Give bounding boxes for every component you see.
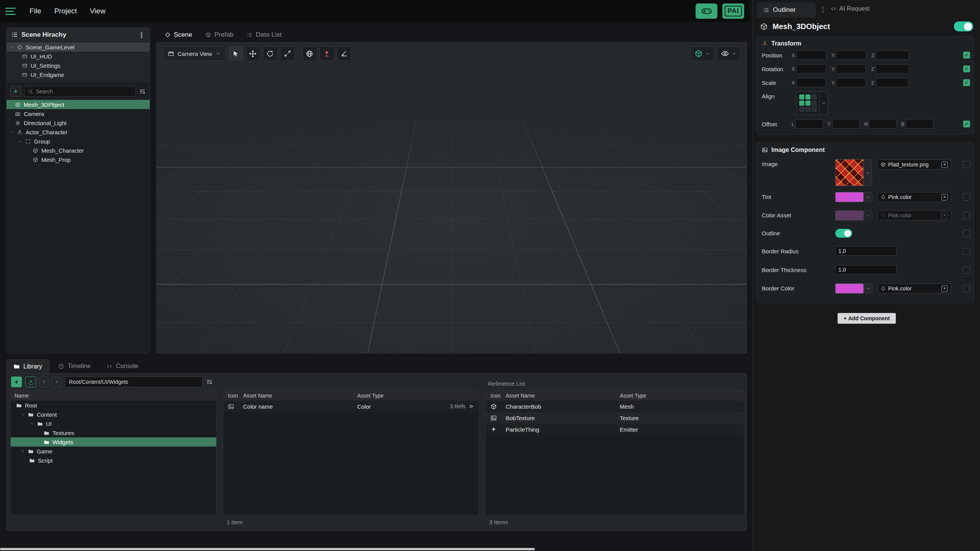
angle-tool-button[interactable] [337, 46, 351, 61]
camera-view-dropdown[interactable]: Camera View [163, 46, 226, 61]
import-asset-button[interactable] [25, 377, 36, 387]
perspective-dropdown[interactable] [691, 46, 714, 61]
pai-button[interactable]: PAI [722, 3, 744, 19]
border-color-swatch[interactable] [835, 284, 864, 293]
position-z-input[interactable] [876, 51, 909, 60]
object-enabled-toggle[interactable] [954, 21, 973, 31]
outline-checkbox[interactable] [963, 230, 970, 237]
color-asset-field[interactable]: Pink.color × [877, 210, 951, 220]
tab-ai-request[interactable]: AI Request [830, 5, 870, 12]
search-input[interactable] [36, 88, 132, 95]
scale-y-input[interactable] [836, 78, 866, 87]
folder-row[interactable]: Script [11, 456, 216, 465]
offset-b-input[interactable] [906, 119, 933, 129]
color-asset-dropdown-button[interactable] [864, 210, 872, 220]
reference-row[interactable]: CharacterBob Mesh [486, 401, 744, 412]
tint-color-swatch[interactable] [835, 192, 864, 202]
tree-row[interactable]: Group [7, 137, 150, 146]
tree-row[interactable]: Directional_Light [7, 118, 150, 127]
offset-t-input[interactable] [832, 119, 860, 129]
image-thumbnail[interactable] [835, 159, 864, 186]
gamepad-preview-button[interactable] [320, 46, 334, 61]
rotation-y-input[interactable] [836, 64, 866, 73]
tab-console[interactable]: Console [99, 359, 145, 373]
tree-row[interactable]: Actor_Character [7, 127, 150, 137]
scale-tool-button[interactable] [280, 46, 295, 61]
position-y-input[interactable] [836, 51, 866, 60]
nav-back-button[interactable] [39, 377, 49, 387]
scene-viewport[interactable]: Camera View [156, 42, 747, 354]
tree-row[interactable]: UI_HUD [7, 52, 150, 61]
tree-row[interactable]: Mesh_Character [7, 146, 150, 155]
tab-scene[interactable]: Scene [159, 28, 198, 41]
folder-row[interactable]: Game [11, 447, 216, 456]
tree-row[interactable]: Mesh_3DPbject [7, 100, 150, 109]
tab-prefab[interactable]: Prefab [200, 28, 239, 41]
tree-row[interactable]: UI_Settings [7, 61, 150, 70]
border-radius-checkbox[interactable] [963, 248, 970, 255]
reference-row[interactable]: ParticleThing Emitter [486, 424, 744, 435]
tree-row[interactable]: Mesh_Prop [7, 155, 150, 164]
border-color-dropdown-button[interactable] [864, 284, 872, 293]
scale-z-input[interactable] [876, 78, 909, 87]
clear-tint-button[interactable]: × [941, 194, 948, 201]
position-x-input[interactable] [796, 51, 826, 60]
tab-data-list[interactable]: Data List [241, 28, 287, 41]
clear-image-button[interactable]: × [941, 161, 948, 168]
align-dropdown[interactable] [796, 91, 828, 115]
color-asset-checkbox[interactable] [963, 212, 970, 219]
grid-snap-button[interactable] [302, 46, 317, 61]
menu-project[interactable]: Project [48, 4, 83, 18]
library-filter-button[interactable] [206, 378, 213, 385]
image-asset-field[interactable]: Plad_texture.png × [877, 160, 951, 170]
rotation-z-input[interactable] [876, 64, 909, 73]
outline-toggle[interactable] [835, 229, 852, 238]
border-thickness-input[interactable] [835, 265, 897, 274]
offset-r-input[interactable] [869, 119, 897, 129]
scale-x-input[interactable] [796, 78, 826, 87]
folder-row[interactable]: Root [11, 401, 216, 410]
rotate-tool-button[interactable] [263, 46, 278, 61]
play-game-button[interactable] [696, 3, 717, 19]
filter-button[interactable] [139, 88, 146, 95]
reference-row[interactable]: BobTexture Texture [486, 412, 744, 424]
border-color-checkbox[interactable] [963, 285, 970, 292]
menu-file[interactable]: File [23, 4, 48, 18]
tab-timeline[interactable]: Timeline [51, 359, 98, 373]
tint-dropdown-button[interactable] [864, 192, 872, 202]
add-component-button[interactable]: + Add Component [838, 313, 896, 324]
folder-row[interactable]: UI [11, 419, 216, 428]
border-thickness-checkbox[interactable] [963, 267, 970, 274]
hierarchy-menu-button[interactable]: ⋮ [138, 31, 145, 39]
clear-color-asset-button[interactable]: × [941, 212, 948, 219]
tree-row[interactable]: Scene_GameLevel [7, 42, 150, 52]
image-dropdown-button[interactable] [864, 159, 872, 186]
offset-checkbox[interactable]: ✓ [963, 121, 970, 127]
border-color-asset-field[interactable]: Pink.color × [877, 284, 951, 293]
rotation-x-input[interactable] [796, 64, 826, 73]
border-radius-input[interactable] [835, 246, 897, 256]
horizontal-scrollbar[interactable] [0, 548, 535, 550]
scale-checkbox[interactable]: ✓ [963, 79, 970, 86]
add-object-button[interactable]: + [10, 86, 21, 97]
path-breadcrumb-input[interactable] [65, 377, 203, 387]
tree-row[interactable]: Camera [7, 109, 150, 118]
tab-outliner[interactable]: Outliner [757, 2, 816, 18]
hamburger-menu-icon[interactable] [5, 5, 17, 17]
visibility-dropdown[interactable] [717, 46, 740, 61]
asset-row[interactable]: Color name Color 3 Refs [223, 401, 479, 412]
position-checkbox[interactable]: ✓ [963, 52, 970, 59]
select-tool-button[interactable] [229, 46, 243, 61]
tree-row[interactable]: UI_Endgame [7, 70, 150, 79]
expand-refs-icon[interactable] [468, 403, 474, 409]
outliner-menu-button[interactable]: ⋮ [820, 5, 826, 13]
tint-asset-field[interactable]: Pink.color × [877, 192, 951, 202]
menu-view[interactable]: View [83, 4, 112, 18]
tint-checkbox[interactable] [963, 194, 970, 201]
rotation-checkbox[interactable]: ✓ [963, 65, 970, 72]
clear-border-color-button[interactable]: × [941, 285, 948, 292]
folder-row[interactable]: Content [11, 410, 216, 419]
nav-forward-button[interactable] [52, 377, 61, 387]
color-asset-swatch[interactable] [835, 210, 864, 220]
add-asset-button[interactable]: + [11, 377, 22, 387]
